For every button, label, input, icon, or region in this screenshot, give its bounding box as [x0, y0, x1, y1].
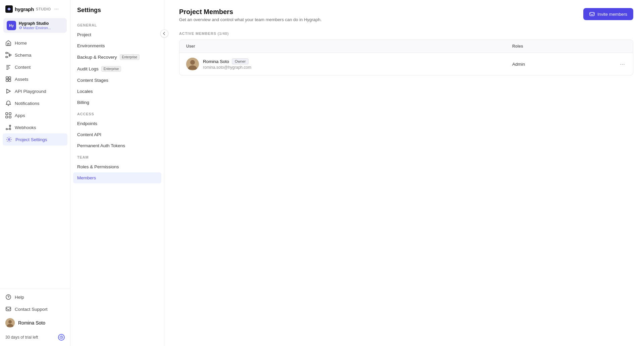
collapse-panel-button[interactable] — [160, 30, 168, 38]
settings-item-endpoints[interactable]: Endpoints — [70, 118, 164, 129]
member-details: Romina Soto Owner romina.soto@hygraph.co… — [203, 58, 251, 70]
svg-point-16 — [8, 139, 10, 140]
sidebar-bottom: Help Contact Support Romina Soto 30 days… — [0, 289, 70, 346]
svg-rect-12 — [9, 116, 11, 118]
help-icon — [5, 294, 11, 300]
svg-point-13 — [6, 128, 7, 130]
sidebar-item-project-settings[interactable]: Project Settings — [3, 133, 67, 146]
notifications-icon — [5, 100, 11, 106]
sidebar-item-home[interactable]: Home — [0, 37, 70, 49]
sidebar-item-webhooks-label: Webhooks — [15, 125, 36, 130]
settings-item-billing[interactable]: Billing — [70, 97, 164, 108]
svg-rect-7 — [9, 79, 11, 81]
user-avatar-image — [5, 318, 15, 328]
logo-area: hygraph STUDIO ··· — [0, 0, 70, 17]
svg-rect-1 — [6, 52, 7, 54]
workspace-info: Hygraph Studio Master Environ... — [19, 21, 63, 30]
svg-point-24 — [190, 60, 195, 65]
svg-rect-2 — [9, 54, 11, 56]
settings-section-access-label: ACCESS — [70, 108, 164, 118]
trial-icon — [58, 334, 65, 341]
settings-item-permanent-auth-tokens-label: Permanent Auth Tokens — [77, 143, 125, 148]
settings-item-audit-logs[interactable]: Audit Logs Enterprise — [70, 63, 164, 75]
support-icon — [5, 306, 11, 312]
active-members-label: ACTIVE MEMBERS (1/40) — [179, 32, 633, 36]
sidebar-nav: Home Schema Content Assets — [0, 36, 70, 289]
settings-item-locales-label: Locales — [77, 89, 93, 94]
sidebar: hygraph STUDIO ··· Hy Hygraph Studio Mas… — [0, 0, 70, 346]
env-sync-icon — [19, 26, 22, 30]
settings-item-content-stages[interactable]: Content Stages — [70, 75, 164, 86]
settings-item-content-stages-label: Content Stages — [77, 78, 108, 83]
settings-item-roles-permissions[interactable]: Roles & Permissions — [70, 161, 164, 172]
trial-bar: 30 days of trial left — [0, 331, 70, 344]
schema-icon — [5, 52, 11, 58]
svg-rect-5 — [9, 77, 11, 79]
settings-item-permanent-auth-tokens[interactable]: Permanent Auth Tokens — [70, 140, 164, 151]
svg-rect-3 — [6, 56, 7, 58]
sidebar-item-api-playground[interactable]: API Playground — [0, 85, 70, 97]
trial-text: 30 days of trial left — [5, 335, 38, 340]
sidebar-item-api-label: API Playground — [15, 89, 46, 94]
settings-item-roles-permissions-label: Roles & Permissions — [77, 164, 119, 169]
webhooks-icon — [5, 124, 11, 130]
members-table: User Roles Romina Soto Owner — [179, 40, 633, 75]
sidebar-item-assets-label: Assets — [15, 77, 29, 82]
sidebar-item-webhooks[interactable]: Webhooks — [0, 121, 70, 133]
table-header-user: User — [186, 44, 512, 49]
member-more-button[interactable]: ··· — [619, 59, 626, 69]
settings-item-environments-label: Environments — [77, 43, 105, 48]
settings-item-project[interactable]: Project — [70, 29, 164, 40]
settings-item-members-label: Members — [77, 175, 96, 180]
sidebar-item-apps[interactable]: Apps — [0, 109, 70, 121]
member-email: romina.soto@hygraph.com — [203, 65, 251, 70]
settings-item-content-api[interactable]: Content API — [70, 129, 164, 140]
settings-item-backup-recovery-label: Backup & Recovery — [77, 55, 117, 60]
settings-panel: Settings GENERAL Project Environments Ba… — [70, 0, 164, 346]
settings-item-audit-logs-label: Audit Logs — [77, 66, 99, 71]
member-name: Romina Soto Owner — [203, 58, 251, 64]
sidebar-user-name: Romina Soto — [18, 320, 45, 326]
sidebar-item-notifications[interactable]: Notifications — [0, 97, 70, 109]
settings-item-content-api-label: Content API — [77, 132, 101, 137]
settings-section-team-label: TEAM — [70, 151, 164, 161]
home-icon — [5, 40, 11, 46]
assets-icon — [5, 76, 11, 82]
svg-rect-11 — [6, 116, 8, 118]
sidebar-item-assets[interactable]: Assets — [0, 73, 70, 85]
sidebar-item-project-settings-label: Project Settings — [15, 137, 47, 142]
backup-recovery-badge: Enterprise — [120, 54, 140, 60]
member-avatar — [186, 58, 199, 70]
invite-members-label: Invite members — [597, 12, 627, 17]
workspace-selector[interactable]: Hy Hygraph Studio Master Environ... — [3, 18, 67, 33]
logo-dots-menu[interactable]: ··· — [54, 6, 59, 12]
svg-rect-10 — [9, 113, 11, 115]
sidebar-item-notifications-label: Notifications — [15, 101, 40, 106]
settings-item-members[interactable]: Members — [73, 172, 161, 183]
workspace-env: Master Environ... — [19, 26, 63, 30]
sidebar-user[interactable]: Romina Soto — [0, 315, 70, 331]
svg-rect-18 — [6, 307, 11, 311]
sidebar-item-contact-support[interactable]: Contact Support — [0, 303, 70, 315]
table-header-actions — [613, 44, 626, 49]
sidebar-item-content[interactable]: Content — [0, 61, 70, 73]
logo-studio: STUDIO — [36, 7, 51, 11]
content-icon — [5, 64, 11, 70]
settings-item-environments[interactable]: Environments — [70, 40, 164, 51]
table-row: Romina Soto Owner romina.soto@hygraph.co… — [179, 53, 633, 75]
apps-icon — [5, 112, 11, 118]
member-name-text: Romina Soto — [203, 59, 229, 64]
sidebar-item-help-label: Help — [15, 295, 24, 300]
member-actions: ··· — [613, 59, 626, 69]
sidebar-item-schema[interactable]: Schema — [0, 49, 70, 61]
sidebar-item-help[interactable]: Help — [0, 291, 70, 303]
settings-icon — [6, 136, 12, 142]
settings-item-locales[interactable]: Locales — [70, 86, 164, 97]
svg-rect-4 — [6, 77, 8, 79]
settings-panel-title: Settings — [70, 7, 164, 19]
invite-icon — [589, 11, 595, 17]
settings-item-backup-recovery[interactable]: Backup & Recovery Enterprise — [70, 51, 164, 63]
invite-members-button[interactable]: Invite members — [583, 8, 633, 20]
main-content: Project Members Get an overview and cont… — [168, 0, 644, 346]
svg-point-20 — [8, 320, 12, 324]
